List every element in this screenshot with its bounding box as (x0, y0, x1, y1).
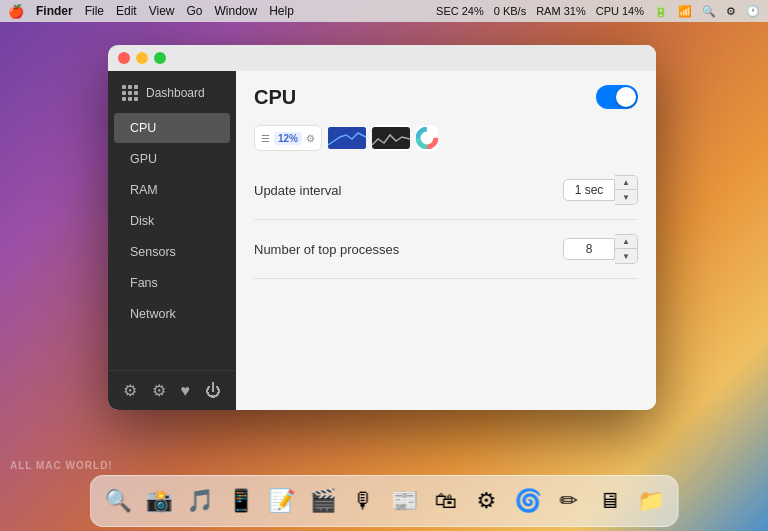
dock-facetime[interactable]: 📱 (222, 482, 260, 520)
update-interval-up[interactable]: ▲ (615, 176, 637, 190)
update-interval-stepper: ▲ ▼ (615, 175, 638, 205)
menubar-sec: SEC 24% (436, 5, 484, 17)
watermark: ALL MAC WORLD! (10, 460, 113, 471)
maximize-button[interactable] (154, 52, 166, 64)
widget-bar: ☰ 12% ⚙ (236, 119, 656, 161)
update-interval-value: 1 sec (563, 179, 615, 201)
sidebar-item-network[interactable]: Network (114, 299, 230, 329)
cpu-widget-item[interactable]: ☰ 12% ⚙ (254, 125, 322, 151)
menubar-network: 0 KB/s (494, 5, 526, 17)
top-processes-value: 8 (563, 238, 615, 260)
page-title: CPU (254, 86, 296, 109)
top-processes-up[interactable]: ▲ (615, 235, 637, 249)
donut-chart (416, 127, 438, 149)
power-icon[interactable]: ⏻ (205, 382, 221, 400)
menubar-cpu: CPU 14% (596, 5, 644, 17)
sidebar-item-fans[interactable]: Fans (114, 268, 230, 298)
minimize-button[interactable] (136, 52, 148, 64)
dock-folder[interactable]: 📁 (632, 482, 670, 520)
dock-notes2[interactable]: ✏ (550, 482, 588, 520)
menu-file[interactable]: File (85, 4, 104, 18)
menu-view[interactable]: View (149, 4, 175, 18)
dock-notes[interactable]: 📝 (263, 482, 301, 520)
svg-rect-0 (328, 127, 366, 149)
dock: 🔍 📸 🎵 📱 📝 🎬 🎙 📰 🛍 ⚙ 🌀 ✏ 🖥 📁 (90, 475, 679, 527)
dock-monitor[interactable]: 🖥 (591, 482, 629, 520)
dock-finder[interactable]: 🔍 (99, 482, 137, 520)
graph-svg-dark (372, 127, 410, 149)
menubar-left: 🍎 Finder File Edit View Go Window Help (8, 4, 294, 19)
sidebar-bottom: ⚙ ⚙ ♥ ⏻ (108, 370, 236, 410)
update-interval-row: Update interval 1 sec ▲ ▼ (254, 161, 638, 220)
update-interval-label: Update interval (254, 183, 341, 198)
menu-edit[interactable]: Edit (116, 4, 137, 18)
cpu-value-badge: 12% (274, 132, 302, 145)
top-processes-control: 8 ▲ ▼ (563, 234, 638, 264)
gear-icon[interactable]: ⚙ (726, 5, 736, 18)
sidebar-item-disk[interactable]: Disk (114, 206, 230, 236)
dock-icloud[interactable]: 🌀 (509, 482, 547, 520)
dock-tv[interactable]: 🎬 (304, 482, 342, 520)
graph-svg-blue (328, 127, 366, 149)
close-button[interactable] (118, 52, 130, 64)
app-name[interactable]: Finder (36, 4, 73, 18)
dock-photos[interactable]: 📸 (140, 482, 178, 520)
sidebar-item-gpu[interactable]: GPU (114, 144, 230, 174)
menubar-ram: RAM 31% (536, 5, 586, 17)
top-processes-label: Number of top processes (254, 242, 399, 257)
cpu-graph-dark[interactable] (372, 125, 410, 151)
clock-icon: 🕐 (746, 5, 760, 18)
menubar: 🍎 Finder File Edit View Go Window Help S… (0, 0, 768, 22)
menu-help[interactable]: Help (269, 4, 294, 18)
sidebar-nav: CPU GPU RAM Disk Sensors Fans Network (108, 113, 236, 329)
dock-settings[interactable]: ⚙ (468, 482, 506, 520)
menubar-right: SEC 24% 0 KB/s RAM 31% CPU 14% 🔋 📶 🔍 ⚙ 🕐 (436, 5, 760, 18)
battery-icon: 🔋 (654, 5, 668, 18)
dock-podcasts[interactable]: 🎙 (345, 482, 383, 520)
heart-icon[interactable]: ♥ (181, 382, 191, 400)
main-content: CPU ☰ 12% ⚙ (236, 45, 656, 410)
sidebar-dashboard[interactable]: Dashboard (108, 77, 236, 109)
dashboard-grid-icon (122, 85, 138, 101)
update-interval-control: 1 sec ▲ ▼ (563, 175, 638, 205)
cpu-toggle[interactable] (596, 85, 638, 109)
menu-go[interactable]: Go (187, 4, 203, 18)
cpu-graph-blue[interactable] (328, 127, 366, 149)
svg-point-5 (422, 133, 432, 143)
sidebar-item-ram[interactable]: RAM (114, 175, 230, 205)
top-processes-row: Number of top processes 8 ▲ ▼ (254, 220, 638, 279)
top-processes-stepper: ▲ ▼ (615, 234, 638, 264)
menu-window[interactable]: Window (215, 4, 258, 18)
sidebar-item-sensors[interactable]: Sensors (114, 237, 230, 267)
wifi-icon: 📶 (678, 5, 692, 18)
cpu-icon-small: ☰ (261, 133, 270, 144)
search-icon[interactable]: 🔍 (702, 5, 716, 18)
cpu-donut-widget[interactable] (416, 125, 438, 151)
window-titlebar (108, 45, 656, 71)
apple-menu[interactable]: 🍎 (8, 4, 24, 19)
main-header: CPU (236, 71, 656, 119)
dashboard-label: Dashboard (146, 86, 205, 100)
dock-appstore[interactable]: 🛍 (427, 482, 465, 520)
cpu-gear-icon: ⚙ (306, 133, 315, 144)
update-interval-down[interactable]: ▼ (615, 190, 637, 204)
dock-news[interactable]: 📰 (386, 482, 424, 520)
sidebar: Dashboard CPU GPU RAM Disk Sensors Fans … (108, 45, 236, 410)
settings-section: Update interval 1 sec ▲ ▼ Number of top … (236, 161, 656, 410)
sidebar-item-cpu[interactable]: CPU (114, 113, 230, 143)
bug-icon[interactable]: ⚙ (152, 381, 166, 400)
settings-icon[interactable]: ⚙ (123, 381, 137, 400)
top-processes-down[interactable]: ▼ (615, 249, 637, 263)
dock-music[interactable]: 🎵 (181, 482, 219, 520)
app-window: Dashboard CPU GPU RAM Disk Sensors Fans … (108, 45, 656, 410)
